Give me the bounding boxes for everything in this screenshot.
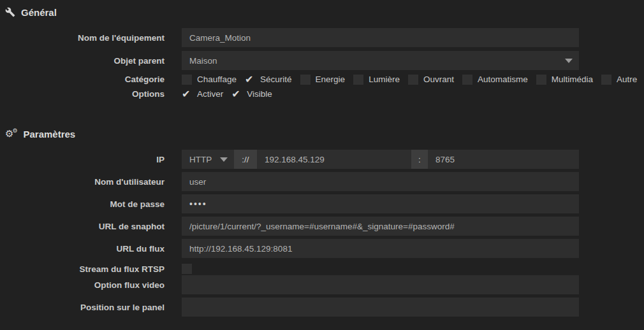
password-label: Mot de passe [0, 199, 165, 209]
cogs-icon: ⚙⚙ [5, 129, 13, 139]
rtsp-label: Stream du flux RTSP [0, 264, 165, 274]
category-checkbox-ouvrant[interactable]: Ouvrant [408, 75, 454, 85]
chevron-down-icon [565, 59, 573, 63]
snapshot-url-input[interactable] [182, 217, 579, 236]
parameters-section-header: ⚙⚙ Paramètres [0, 127, 644, 141]
category-label: Catégorie [0, 75, 165, 84]
checkbox-icon[interactable] [300, 75, 311, 85]
equipment-name-row: Nom de l'équipement [0, 28, 644, 47]
category-checkbox-chauffage[interactable]: Chauffage [182, 75, 237, 85]
options-label: Options [0, 89, 165, 99]
category-row: Catégorie Chauffage Sécurité Energie Lum… [0, 74, 644, 85]
username-input[interactable] [182, 172, 579, 191]
panel-position-row: Position sur le panel [0, 298, 644, 317]
snapshot-url-row: URL de snaphot [0, 217, 644, 236]
equipment-name-label: Nom de l'équipement [0, 33, 165, 43]
parent-object-row: Objet parent Maison [0, 51, 644, 70]
ip-address-input[interactable] [257, 150, 411, 169]
stream-url-row: URL du flux [0, 239, 644, 258]
parent-object-value: Maison [189, 56, 217, 66]
stream-url-input[interactable] [182, 239, 579, 258]
panel-position-input[interactable] [182, 298, 579, 317]
rtsp-row: Stream du flux RTSP [0, 264, 644, 274]
username-row: Nom d'utilisateur [0, 172, 644, 191]
checkbox-icon[interactable] [231, 89, 242, 99]
port-separator: : [411, 150, 428, 169]
wrench-icon [5, 7, 15, 17]
video-option-label: Option flux video [0, 280, 165, 290]
protocol-select[interactable]: HTTP [182, 150, 234, 169]
video-option-input[interactable] [182, 275, 579, 294]
checkbox-icon[interactable] [353, 75, 363, 85]
username-label: Nom d'utilisateur [0, 177, 165, 187]
checkbox-icon[interactable] [536, 75, 546, 85]
protocol-value: HTTP [189, 155, 212, 164]
protocol-separator: :// [234, 150, 257, 169]
port-input[interactable] [428, 150, 579, 169]
option-checkbox-visible[interactable]: Visible [231, 89, 272, 99]
password-row: Mot de passe [0, 194, 644, 213]
category-checkbox-lumiere[interactable]: Lumière [353, 75, 400, 85]
option-checkbox-activer[interactable]: Activer [182, 89, 223, 99]
category-checkbox-multimedia[interactable]: Multimédia [536, 75, 593, 85]
password-input[interactable] [182, 194, 579, 213]
checkbox-icon[interactable] [462, 75, 472, 85]
chevron-down-icon [220, 157, 228, 162]
video-option-row: Option flux video [0, 275, 644, 294]
checkbox-icon[interactable] [245, 75, 255, 85]
equipment-name-input[interactable] [182, 28, 579, 47]
category-checkbox-energie[interactable]: Energie [300, 75, 346, 85]
checkbox-icon[interactable] [601, 75, 611, 85]
equipment-config-page: Général Nom de l'équipement Objet parent… [0, 0, 644, 330]
options-row: Options Activer Visible [0, 89, 644, 99]
checkbox-icon[interactable] [182, 89, 192, 99]
panel-position-label: Position sur le panel [0, 303, 165, 312]
parameters-section-title: Paramètres [23, 129, 75, 140]
parent-object-label: Objet parent [0, 56, 165, 66]
checkbox-icon[interactable] [182, 75, 192, 85]
category-checkbox-autre[interactable]: Autre [601, 75, 637, 85]
stream-url-label: URL du flux [0, 244, 165, 254]
ip-label: IP [0, 155, 165, 164]
category-checkbox-automatisme[interactable]: Automatisme [462, 75, 528, 85]
parent-object-select[interactable]: Maison [182, 51, 579, 70]
checkbox-icon[interactable] [408, 75, 418, 85]
ip-row: IP HTTP :// : [0, 150, 644, 169]
general-section-header: Général [0, 5, 644, 19]
snapshot-url-label: URL de snaphot [0, 222, 165, 231]
category-checkbox-securite[interactable]: Sécurité [245, 75, 292, 85]
rtsp-checkbox[interactable] [182, 264, 192, 274]
general-section-title: Général [21, 7, 57, 18]
